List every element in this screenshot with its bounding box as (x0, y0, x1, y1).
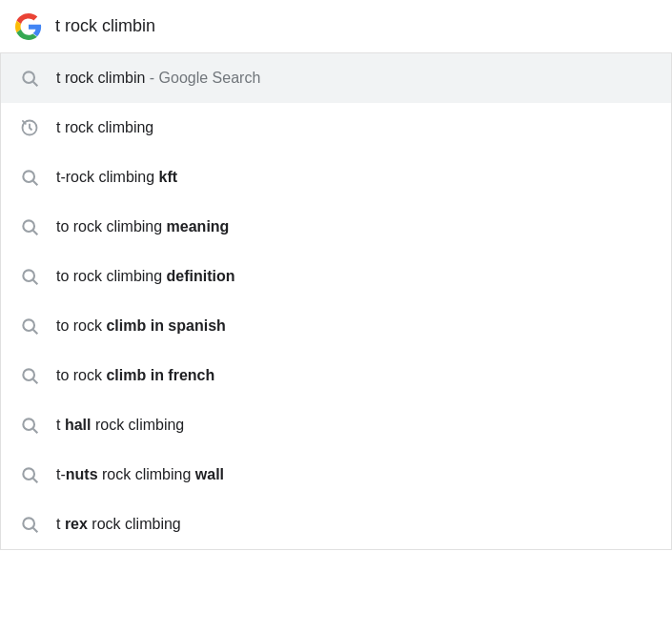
search-input[interactable] (55, 16, 657, 36)
search-icon (20, 515, 39, 534)
suggestion-text: t-rock climbing kft (56, 167, 177, 188)
search-icon-wrap (16, 412, 43, 439)
history-icon (20, 118, 39, 137)
search-icon-wrap (16, 461, 43, 488)
suggestion-item[interactable]: to rock climb in spanish (1, 301, 671, 351)
search-icon-wrap (16, 313, 43, 339)
suggestion-item[interactable]: t rock climbing (1, 103, 671, 153)
search-icon (20, 366, 39, 385)
svg-line-1 (33, 82, 38, 87)
search-icon (20, 217, 39, 236)
svg-point-9 (23, 319, 34, 331)
suggestion-item[interactable]: t rock climbin - Google Search (1, 53, 671, 103)
svg-point-7 (23, 270, 34, 281)
svg-point-3 (23, 171, 34, 182)
svg-line-8 (33, 280, 38, 285)
svg-line-4 (33, 181, 38, 186)
suggestion-text: to rock climbing meaning (56, 216, 229, 237)
suggestion-item[interactable]: to rock climbing definition (1, 252, 671, 301)
suggestion-text: to rock climbing definition (56, 266, 235, 287)
svg-line-12 (33, 379, 38, 384)
search-icon-wrap (16, 214, 43, 240)
suggestion-text-spanish: to rock climb in spanish (56, 316, 226, 337)
svg-point-11 (23, 369, 34, 380)
svg-line-14 (33, 429, 38, 434)
search-icon-wrap (16, 362, 43, 389)
suggestion-item[interactable]: t hall rock climbing (1, 400, 671, 450)
svg-line-16 (33, 479, 38, 483)
search-icon (20, 416, 39, 435)
history-icon-wrap (16, 114, 43, 141)
suggestions-dropdown: t rock climbin - Google Search t rock cl… (0, 53, 672, 550)
svg-point-0 (23, 71, 34, 83)
suggestion-item[interactable]: to rock climbing meaning (1, 202, 671, 252)
svg-point-5 (23, 220, 34, 232)
search-icon-wrap (16, 263, 43, 290)
svg-point-13 (23, 419, 34, 430)
search-icon-wrap (16, 164, 43, 191)
suggestion-item[interactable]: to rock climb in french (1, 351, 671, 400)
svg-point-17 (23, 518, 34, 529)
svg-line-18 (33, 528, 38, 533)
search-icon (20, 168, 39, 187)
search-icon (20, 316, 39, 336)
search-icon (20, 69, 39, 88)
search-icon (20, 267, 39, 286)
suggestion-text: t rock climbing (56, 117, 153, 138)
search-bar (0, 0, 672, 53)
google-logo (15, 13, 42, 40)
search-icon-wrap (16, 65, 43, 92)
suggestion-text: t-nuts rock climbing wall (56, 464, 224, 485)
suggestion-text: t rock climbin - Google Search (56, 68, 260, 89)
svg-line-6 (33, 231, 38, 235)
search-icon-wrap (16, 511, 43, 538)
suggestion-item[interactable]: t-rock climbing kft (1, 153, 671, 202)
suggestion-item[interactable]: t rex rock climbing (1, 500, 671, 549)
svg-point-15 (23, 468, 34, 480)
suggestion-text-french: to rock climb in french (56, 365, 214, 386)
suggestion-text: t hall rock climbing (56, 415, 184, 436)
suggestion-text: t rex rock climbing (56, 514, 181, 535)
suggestion-item[interactable]: t-nuts rock climbing wall (1, 450, 671, 500)
search-icon (20, 465, 39, 484)
svg-line-10 (33, 330, 38, 335)
